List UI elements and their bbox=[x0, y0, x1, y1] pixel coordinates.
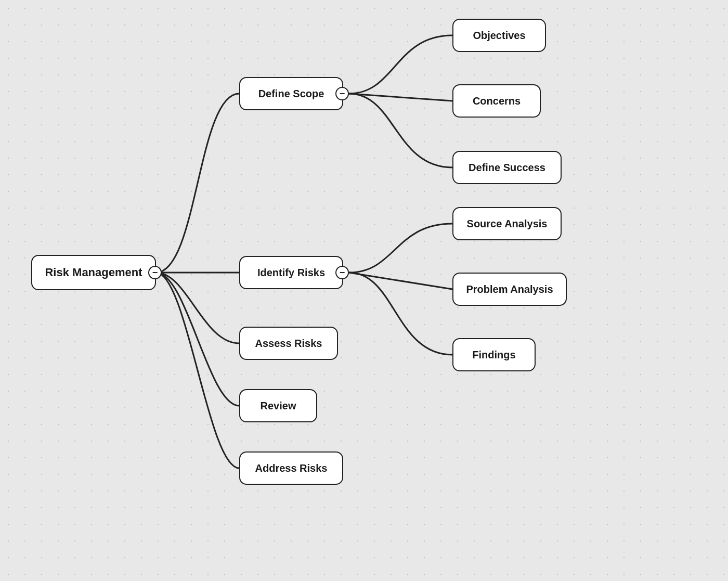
svg-line-1 bbox=[349, 94, 452, 101]
define-success-label: Define Success bbox=[469, 162, 545, 174]
objectives-node[interactable]: Objectives bbox=[452, 19, 546, 52]
objectives-label: Objectives bbox=[473, 30, 525, 42]
define-scope-label: Define Scope bbox=[258, 88, 324, 100]
assess-risks-label: Assess Risks bbox=[255, 338, 322, 350]
identify-risks-collapse-symbol: − bbox=[340, 267, 345, 278]
problem-analysis-node[interactable]: Problem Analysis bbox=[452, 273, 567, 306]
review-label: Review bbox=[261, 400, 296, 412]
root-node-label: Risk Management bbox=[45, 266, 142, 279]
identify-risks-label: Identify Risks bbox=[257, 267, 325, 279]
root-collapse-symbol: − bbox=[152, 267, 158, 278]
connections-svg bbox=[0, 0, 728, 581]
source-analysis-label: Source Analysis bbox=[467, 218, 548, 230]
findings-node[interactable]: Findings bbox=[452, 338, 536, 371]
define-scope-collapse-symbol: − bbox=[340, 88, 345, 99]
root-node[interactable]: Risk Management bbox=[31, 255, 156, 290]
review-node[interactable]: Review bbox=[239, 389, 317, 422]
mind-map-canvas: Risk Management − Define Scope − Identif… bbox=[0, 0, 728, 581]
identify-risks-node[interactable]: Identify Risks bbox=[239, 256, 343, 289]
define-scope-collapse-circle[interactable]: − bbox=[335, 87, 349, 100]
findings-label: Findings bbox=[472, 349, 515, 361]
problem-analysis-label: Problem Analysis bbox=[466, 283, 553, 295]
source-analysis-node[interactable]: Source Analysis bbox=[452, 207, 562, 240]
svg-line-2 bbox=[349, 273, 452, 289]
define-success-node[interactable]: Define Success bbox=[452, 151, 562, 184]
define-scope-node[interactable]: Define Scope bbox=[239, 77, 343, 110]
concerns-node[interactable]: Concerns bbox=[452, 84, 541, 118]
root-collapse-circle[interactable]: − bbox=[148, 266, 162, 279]
assess-risks-node[interactable]: Assess Risks bbox=[239, 327, 338, 360]
concerns-label: Concerns bbox=[473, 95, 521, 107]
identify-risks-collapse-circle[interactable]: − bbox=[335, 266, 349, 279]
address-risks-label: Address Risks bbox=[255, 462, 328, 474]
address-risks-node[interactable]: Address Risks bbox=[239, 451, 343, 485]
